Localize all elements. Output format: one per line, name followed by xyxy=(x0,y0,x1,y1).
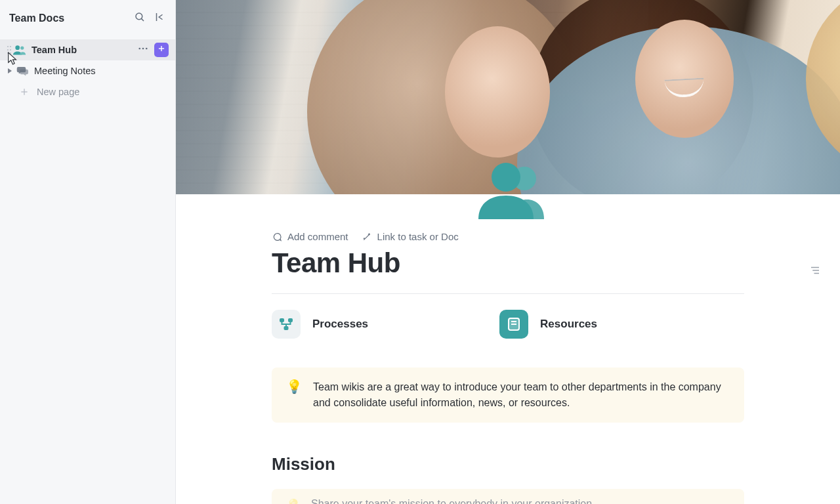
sidebar-item-team-hub[interactable]: Team Hub xyxy=(0,39,175,60)
more-icon xyxy=(137,43,149,57)
wand-icon xyxy=(362,232,372,242)
link-cards-row: Processes Resources xyxy=(272,310,744,339)
main: Add comment Link to task or Doc Team Hub xyxy=(176,0,840,504)
link-card-processes[interactable]: Processes xyxy=(272,310,368,339)
sidebar-nav: Team Hub xyxy=(0,37,175,102)
add-page-button[interactable] xyxy=(154,43,169,57)
sidebar: Team Docs xyxy=(0,0,176,504)
svg-point-5 xyxy=(7,49,9,51)
page-title[interactable]: Team Hub xyxy=(272,247,744,279)
svg-point-10 xyxy=(20,46,24,49)
chat-icon xyxy=(16,64,29,77)
svg-point-12 xyxy=(142,48,144,50)
callout-info[interactable]: 💡 Team wikis are a great way to introduc… xyxy=(272,368,744,423)
sidebar-item-label: Team Hub xyxy=(32,45,136,55)
sidebar-header: Team Docs xyxy=(0,0,175,37)
svg-point-20 xyxy=(492,163,520,192)
link-task-label: Link to task or Doc xyxy=(377,231,459,242)
flow-icon xyxy=(272,310,301,339)
bulb-icon: 💡 xyxy=(286,498,301,504)
link-card-label: Processes xyxy=(312,318,368,331)
more-button[interactable] xyxy=(136,43,150,57)
section-heading-mission[interactable]: Mission xyxy=(272,454,744,474)
page-icon[interactable] xyxy=(478,163,547,219)
caret-icon[interactable] xyxy=(5,68,14,74)
search-icon xyxy=(134,11,146,26)
plus-icon xyxy=(18,86,30,98)
collapse-sidebar-button[interactable] xyxy=(150,9,169,28)
app-root: Team Docs xyxy=(0,0,840,504)
svg-rect-24 xyxy=(280,318,284,322)
users-icon xyxy=(13,43,26,56)
svg-rect-25 xyxy=(288,318,293,322)
svg-point-11 xyxy=(138,48,140,50)
svg-marker-16 xyxy=(8,68,12,74)
plus-icon xyxy=(157,44,166,56)
doc-body: Add comment Link to task or Doc Team Hub xyxy=(176,194,840,504)
collapse-icon xyxy=(154,11,165,26)
workspace-title[interactable]: Team Docs xyxy=(9,12,129,24)
outline-icon xyxy=(809,264,821,279)
add-comment-button[interactable]: Add comment xyxy=(272,231,348,242)
svg-point-9 xyxy=(15,45,20,50)
callout-mission-text: Share your team's mission to everybody i… xyxy=(311,498,592,504)
bulb-icon: 💡 xyxy=(286,379,303,411)
new-page-label: New page xyxy=(37,87,79,97)
sidebar-item-label: Meeting Notes xyxy=(34,66,170,76)
doc-actions: Add comment Link to task or Doc xyxy=(272,231,744,242)
svg-point-7 xyxy=(7,52,9,54)
book-icon xyxy=(499,310,528,339)
divider xyxy=(272,293,744,294)
svg-point-0 xyxy=(136,13,142,20)
search-button[interactable] xyxy=(131,9,149,28)
doc-content: Add comment Link to task or Doc Team Hub xyxy=(272,231,744,504)
new-page-button[interactable]: New page xyxy=(0,81,175,102)
svg-point-3 xyxy=(7,46,9,47)
svg-point-4 xyxy=(10,46,11,47)
svg-point-13 xyxy=(146,48,148,50)
svg-point-8 xyxy=(10,52,11,54)
sidebar-item-actions xyxy=(136,43,170,57)
callout-text: Team wikis are a great way to introduce … xyxy=(313,379,730,411)
callout-mission[interactable]: 💡 Share your team's mission to everybody… xyxy=(272,489,744,504)
outline-toggle-button[interactable] xyxy=(806,262,824,281)
comment-icon xyxy=(272,232,282,242)
link-card-resources[interactable]: Resources xyxy=(499,310,597,339)
add-comment-label: Add comment xyxy=(287,231,348,242)
sidebar-item-meeting-notes[interactable]: Meeting Notes xyxy=(0,60,175,81)
link-card-label: Resources xyxy=(540,318,597,331)
svg-line-1 xyxy=(141,18,144,21)
svg-rect-26 xyxy=(284,326,289,330)
link-task-button[interactable]: Link to task or Doc xyxy=(362,231,459,242)
svg-point-6 xyxy=(10,49,11,51)
drag-handle-icon[interactable] xyxy=(5,45,13,54)
